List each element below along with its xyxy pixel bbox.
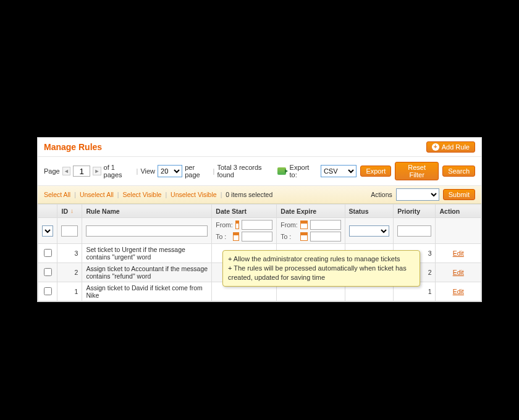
view-label: View (140, 167, 155, 175)
tooltip-line: + The rules will be processed automatica… (228, 264, 415, 282)
search-button[interactable]: Search (442, 166, 475, 177)
sort-desc-icon: ↓ (70, 208, 74, 214)
cell-id: 2 (57, 263, 82, 282)
per-page-label: per page (185, 164, 210, 178)
filter-status-select[interactable] (349, 225, 390, 237)
cell-name: Assign ticket to David if ticket come fr… (82, 282, 212, 301)
selection-bar: Select All | Unselect All | Select Visib… (38, 186, 481, 204)
cell-name: Assign ticket to Accountant if the messa… (82, 263, 212, 282)
col-rule-name[interactable]: Rule Name (82, 204, 212, 218)
col-id[interactable]: ID↓ (57, 204, 82, 218)
page-title: Manage Rules (44, 142, 102, 152)
filter-ds-from[interactable] (242, 220, 272, 230)
filter-ds-to[interactable] (242, 232, 272, 242)
total-records-label: Total 3 records found (217, 164, 277, 178)
filter-row: Any From: To : From: To : (38, 218, 481, 244)
add-rule-label: Add Rule (442, 143, 470, 151)
col-priority[interactable]: Priority (394, 204, 436, 218)
cell-name: Set ticket to Urgent if the message cont… (82, 244, 212, 263)
calendar-icon[interactable] (233, 232, 239, 241)
reset-filter-button[interactable]: Reset Filter (395, 162, 439, 180)
plus-icon: + (432, 143, 439, 151)
col-date-expire[interactable]: Date Expire (277, 204, 345, 218)
add-rule-button[interactable]: + Add Rule (426, 141, 475, 153)
tooltip-line: + Allow the administrator creating rules… (228, 254, 415, 264)
header: Manage Rules + Add Rule (38, 138, 481, 157)
stage: Manage Rules + Add Rule Page ◄ ► of 1 pa… (0, 0, 519, 420)
unselect-visible-link[interactable]: Unselect Visible (171, 191, 217, 198)
table-header-row: ID↓ Rule Name Date Start Date Expire Sta… (38, 204, 481, 218)
edit-link[interactable]: Edit (453, 288, 464, 295)
of-pages-label: of 1 pages (104, 164, 134, 178)
filter-priority-input[interactable] (397, 225, 431, 237)
unselect-all-link[interactable]: Unselect All (80, 191, 114, 198)
calendar-icon[interactable] (235, 220, 240, 229)
submit-button[interactable]: Submit (443, 189, 475, 200)
cell-id: 1 (57, 282, 82, 301)
cell-id: 3 (57, 244, 82, 263)
col-status[interactable]: Status (345, 204, 394, 218)
toolbar: Page ◄ ► of 1 pages | View 20 per page |… (38, 157, 481, 186)
info-tooltip: + Allow the administrator creating rules… (222, 250, 420, 287)
actions-group: Actions Submit (371, 188, 475, 201)
actions-select[interactable] (396, 188, 439, 201)
filter-de-from[interactable] (310, 220, 341, 230)
calendar-icon[interactable] (300, 232, 308, 241)
select-all-link[interactable]: Select All (44, 191, 70, 198)
row-checkbox[interactable] (44, 249, 52, 257)
col-checkbox[interactable] (38, 204, 57, 218)
divider: | (137, 167, 138, 175)
col-date-start[interactable]: Date Start (212, 204, 277, 218)
next-page-button[interactable]: ► (93, 167, 101, 175)
filter-id-input[interactable] (61, 225, 78, 237)
selected-count: 0 items selected (226, 191, 272, 198)
page-label: Page (44, 167, 60, 175)
filter-de-to[interactable] (310, 232, 341, 242)
export-format-select[interactable]: CSV (321, 165, 357, 177)
per-page-select[interactable]: 20 (158, 165, 182, 177)
page-input[interactable] (73, 166, 90, 177)
export-button[interactable]: Export (360, 166, 391, 177)
row-checkbox[interactable] (44, 268, 52, 276)
divider: | (213, 167, 215, 175)
export-label: Export to: (290, 164, 317, 178)
row-checkbox[interactable] (44, 287, 52, 295)
col-action: Action (436, 204, 481, 218)
actions-label: Actions (371, 191, 392, 198)
edit-link[interactable]: Edit (453, 269, 464, 276)
toolbar-right: Export to: CSV Export Reset Filter Searc… (277, 162, 475, 180)
filter-name-input[interactable] (86, 225, 208, 237)
edit-link[interactable]: Edit (453, 250, 464, 257)
select-visible-link[interactable]: Select Visible (123, 191, 162, 198)
filter-any-select[interactable]: Any (42, 225, 53, 237)
prev-page-button[interactable]: ◄ (62, 167, 70, 175)
toolbar-left: Page ◄ ► of 1 pages | View 20 per page |… (44, 164, 277, 178)
export-icon (277, 167, 285, 175)
calendar-icon[interactable] (300, 220, 308, 229)
